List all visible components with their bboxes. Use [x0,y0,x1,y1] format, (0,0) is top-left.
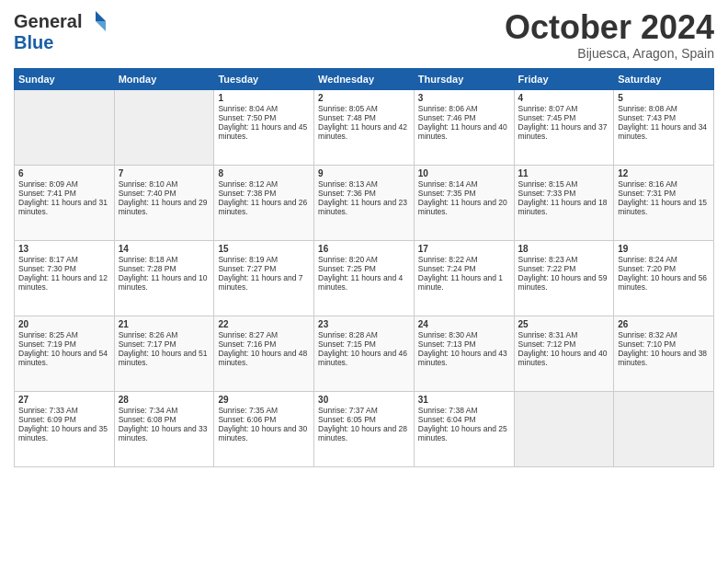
daylight-text: Daylight: 11 hours and 34 minutes. [618,122,710,141]
day-number: 30 [318,395,410,405]
table-row: 5Sunrise: 8:08 AMSunset: 7:43 PMDaylight… [614,89,714,165]
sunrise-text: Sunrise: 8:19 AM [218,255,310,264]
sunrise-text: Sunrise: 8:08 AM [618,104,710,113]
sunrise-text: Sunrise: 8:31 AM [518,330,610,339]
calendar-week-row: 13Sunrise: 8:17 AMSunset: 7:30 PMDayligh… [15,240,714,316]
table-row: 18Sunrise: 8:23 AMSunset: 7:22 PMDayligh… [514,240,614,316]
day-number: 24 [418,319,510,329]
logo-icon [84,9,108,33]
page-header: General Blue October 2024 Bijuesca, Arag… [14,9,714,61]
daylight-text: Daylight: 11 hours and 23 minutes. [318,198,410,216]
sunrise-text: Sunrise: 8:09 AM [18,179,110,189]
sunrise-text: Sunrise: 8:13 AM [318,179,410,189]
daylight-text: Daylight: 10 hours and 30 minutes. [218,424,310,442]
daylight-text: Daylight: 11 hours and 18 minutes. [518,198,610,216]
col-saturday: Saturday [614,68,714,89]
table-row: 22Sunrise: 8:27 AMSunset: 7:16 PMDayligh… [214,316,314,391]
col-monday: Monday [114,68,214,89]
day-number: 22 [218,319,310,329]
table-row [15,89,115,165]
day-number: 16 [318,244,410,254]
sunset-text: Sunset: 6:08 PM [119,415,210,424]
day-number: 10 [418,168,510,178]
table-row: 24Sunrise: 8:30 AMSunset: 7:13 PMDayligh… [414,316,514,391]
day-number: 29 [218,395,310,405]
day-number: 13 [18,244,110,254]
col-wednesday: Wednesday [314,68,415,89]
col-sunday: Sunday [15,68,115,89]
sunrise-text: Sunrise: 8:20 AM [318,255,410,264]
sunset-text: Sunset: 7:31 PM [618,189,710,198]
sunset-text: Sunset: 7:10 PM [618,339,710,349]
day-number: 5 [618,93,710,103]
table-row: 9Sunrise: 8:13 AMSunset: 7:36 PMDaylight… [314,165,415,240]
daylight-text: Daylight: 10 hours and 33 minutes. [119,424,210,442]
day-number: 1 [218,93,310,103]
daylight-text: Daylight: 10 hours and 51 minutes. [119,349,210,367]
sunset-text: Sunset: 7:28 PM [119,264,210,273]
day-number: 27 [18,395,110,405]
sunset-text: Sunset: 7:45 PM [518,113,610,122]
table-row [514,391,614,466]
sunset-text: Sunset: 7:50 PM [218,113,310,122]
sunrise-text: Sunrise: 8:17 AM [18,255,110,264]
day-number: 8 [218,168,310,178]
table-row: 12Sunrise: 8:16 AMSunset: 7:31 PMDayligh… [614,165,714,240]
day-number: 14 [119,244,210,254]
daylight-text: Daylight: 11 hours and 42 minutes. [318,122,410,141]
daylight-text: Daylight: 10 hours and 43 minutes. [418,349,510,367]
sunrise-text: Sunrise: 8:18 AM [119,255,210,264]
daylight-text: Daylight: 11 hours and 37 minutes. [518,122,610,141]
table-row: 13Sunrise: 8:17 AMSunset: 7:30 PMDayligh… [15,240,115,316]
daylight-text: Daylight: 11 hours and 40 minutes. [418,122,510,141]
sunset-text: Sunset: 7:36 PM [318,189,410,198]
day-number: 7 [119,168,210,178]
table-row: 26Sunrise: 8:32 AMSunset: 7:10 PMDayligh… [614,316,714,391]
table-row: 3Sunrise: 8:06 AMSunset: 7:46 PMDaylight… [414,89,514,165]
sunrise-text: Sunrise: 8:27 AM [218,330,310,339]
calendar-table: Sunday Monday Tuesday Wednesday Thursday… [14,68,714,467]
daylight-text: Daylight: 10 hours and 28 minutes. [318,424,410,442]
daylight-text: Daylight: 11 hours and 7 minutes. [218,273,310,292]
table-row: 1Sunrise: 8:04 AMSunset: 7:50 PMDaylight… [214,89,314,165]
sunrise-text: Sunrise: 8:16 AM [618,179,710,189]
table-row: 27Sunrise: 7:33 AMSunset: 6:09 PMDayligh… [15,391,115,466]
sunset-text: Sunset: 7:41 PM [18,189,110,198]
sunset-text: Sunset: 6:06 PM [218,415,310,424]
sunrise-text: Sunrise: 8:04 AM [218,104,310,113]
sunrise-text: Sunrise: 8:22 AM [418,255,510,264]
day-number: 6 [18,168,110,178]
sunrise-text: Sunrise: 8:23 AM [518,255,610,264]
day-number: 31 [418,395,510,405]
sunset-text: Sunset: 7:33 PM [518,189,610,198]
sunset-text: Sunset: 7:24 PM [418,264,510,273]
sunrise-text: Sunrise: 8:12 AM [218,179,310,189]
title-block: October 2024 Bijuesca, Aragon, Spain [505,9,714,61]
daylight-text: Daylight: 11 hours and 29 minutes. [119,198,210,216]
logo-general: General [14,11,82,31]
sunset-text: Sunset: 7:25 PM [318,264,410,273]
table-row: 31Sunrise: 7:38 AMSunset: 6:04 PMDayligh… [414,391,514,466]
table-row: 15Sunrise: 8:19 AMSunset: 7:27 PMDayligh… [214,240,314,316]
day-number: 12 [618,168,710,178]
sunrise-text: Sunrise: 8:06 AM [418,104,510,113]
day-number: 17 [418,244,510,254]
location: Bijuesca, Aragon, Spain [505,46,714,61]
calendar-header-row: Sunday Monday Tuesday Wednesday Thursday… [15,68,714,89]
sunset-text: Sunset: 7:43 PM [618,113,710,122]
table-row: 20Sunrise: 8:25 AMSunset: 7:19 PMDayligh… [15,316,115,391]
sunrise-text: Sunrise: 7:37 AM [318,406,410,415]
sunset-text: Sunset: 7:35 PM [418,189,510,198]
sunrise-text: Sunrise: 8:24 AM [618,255,710,264]
daylight-text: Daylight: 10 hours and 38 minutes. [618,349,710,367]
table-row: 17Sunrise: 8:22 AMSunset: 7:24 PMDayligh… [414,240,514,316]
logo: General Blue [14,9,108,52]
sunrise-text: Sunrise: 7:34 AM [119,406,210,415]
month-title: October 2024 [505,9,714,46]
table-row: 29Sunrise: 7:35 AMSunset: 6:06 PMDayligh… [214,391,314,466]
sunset-text: Sunset: 7:15 PM [318,339,410,349]
daylight-text: Daylight: 11 hours and 12 minutes. [18,273,110,292]
day-number: 26 [618,319,710,329]
sunrise-text: Sunrise: 8:05 AM [318,104,410,113]
day-number: 18 [518,244,610,254]
